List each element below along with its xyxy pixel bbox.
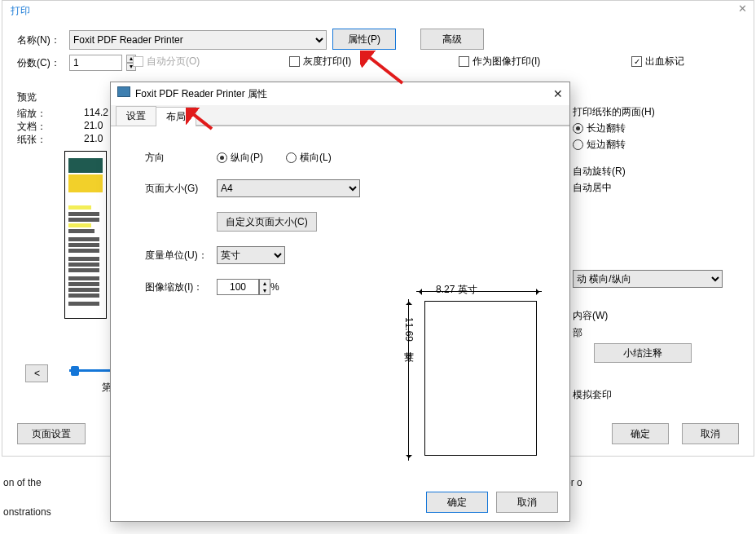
page-slider-thumb[interactable] bbox=[71, 366, 79, 376]
landscape-radio[interactable]: 横向(L) bbox=[286, 151, 332, 165]
image-zoom-label: 图像缩放(I)： bbox=[145, 280, 217, 294]
bleed-marks-checkbox[interactable]: ✓出血标记 bbox=[631, 55, 684, 68]
print-as-image-checkbox[interactable]: 作为图像打印(I) bbox=[459, 55, 540, 68]
summarize-comments-button[interactable]: 小结注释 bbox=[594, 343, 692, 363]
preview-label: 预览 bbox=[17, 90, 37, 104]
simulate-overprint-label: 模拟套印 bbox=[573, 388, 612, 402]
auto-rotate-label: 自动旋转(R) bbox=[573, 165, 626, 179]
paper-value: 21.0 bbox=[84, 133, 103, 144]
printer-select[interactable]: Foxit PDF Reader Printer bbox=[69, 30, 327, 50]
short-edge-flip-radio[interactable]: 短边翻转 bbox=[573, 138, 626, 152]
duplex-label: 打印纸张的两面(H) bbox=[573, 105, 655, 119]
copies-input[interactable] bbox=[69, 55, 122, 71]
long-edge-flip-radio[interactable]: 长边翻转 bbox=[573, 121, 626, 135]
printer-icon: Foxit PDF Reader Printer 属性 bbox=[117, 86, 267, 101]
unit-label: 度量单位(U)： bbox=[145, 249, 217, 263]
doc-label: 文档： bbox=[17, 120, 46, 134]
page-width-label: 8.27 英寸 bbox=[436, 283, 477, 297]
printer-name-label: 名称(N)： bbox=[17, 33, 64, 47]
properties-cancel-button[interactable]: 取消 bbox=[496, 492, 558, 513]
tab-settings[interactable]: 设置 bbox=[116, 106, 156, 126]
page-height-label: 11.69 英寸 bbox=[402, 317, 415, 344]
page-prev-button[interactable]: < bbox=[25, 364, 48, 382]
properties-dialog-title: Foxit PDF Reader Printer 属性 bbox=[135, 88, 267, 99]
bg-line2-left: onstrations bbox=[3, 506, 51, 518]
portrait-radio[interactable]: 纵向(P) bbox=[217, 151, 263, 165]
auto-center-label: 自动居中 bbox=[573, 181, 612, 195]
print-dialog-title: 打印 bbox=[11, 4, 30, 18]
auto-orientation-select[interactable]: 动 横向/纵向 bbox=[573, 270, 723, 288]
properties-ok-button[interactable]: 确定 bbox=[426, 492, 488, 513]
image-zoom-suffix: % bbox=[270, 281, 279, 293]
print-content-label: 内容(W) bbox=[573, 309, 608, 323]
page-size-preview: 8.27 英寸 11.69 英寸 bbox=[402, 283, 542, 461]
tab-layout[interactable]: 布局 bbox=[156, 107, 196, 126]
page-size-select[interactable]: A4 bbox=[217, 179, 360, 197]
print-cancel-button[interactable]: 取消 bbox=[682, 423, 739, 444]
paper-label: 纸张： bbox=[17, 133, 46, 147]
image-zoom-input[interactable] bbox=[217, 279, 259, 295]
print-ok-button[interactable]: 确定 bbox=[612, 423, 669, 444]
custom-page-size-button[interactable]: 自定义页面大小(C) bbox=[217, 212, 317, 232]
page-size-label: 页面大小(G) bbox=[145, 182, 217, 196]
print-content-value: 部 bbox=[573, 326, 586, 340]
close-icon[interactable]: ✕ bbox=[738, 2, 747, 15]
properties-tabbar: 设置 布局 bbox=[111, 105, 569, 126]
properties-button[interactable]: 属性(P) bbox=[332, 29, 396, 50]
bg-line1-left: on of the bbox=[3, 477, 42, 488]
grayscale-checkbox[interactable]: 灰度打印(I) bbox=[289, 55, 351, 68]
copies-label: 份数(C)： bbox=[17, 56, 64, 70]
printer-properties-dialog: Foxit PDF Reader Printer 属性 ✕ 设置 布局 方向 纵… bbox=[110, 82, 570, 522]
unit-select[interactable]: 英寸 bbox=[217, 246, 285, 264]
advanced-button[interactable]: 高级 bbox=[420, 29, 484, 50]
doc-value: 21.0 bbox=[84, 120, 103, 131]
collate-checkbox: 自动分页(O) bbox=[133, 55, 200, 68]
page-preview bbox=[64, 151, 107, 319]
zoom-label: 缩放： bbox=[17, 107, 46, 121]
zoom-value: 114.2 bbox=[84, 107, 108, 118]
close-icon[interactable]: ✕ bbox=[553, 87, 563, 100]
image-zoom-stepper[interactable]: ▴▾ bbox=[259, 279, 270, 295]
page-setup-button[interactable]: 页面设置 bbox=[17, 423, 86, 444]
orientation-label: 方向 bbox=[145, 151, 217, 165]
